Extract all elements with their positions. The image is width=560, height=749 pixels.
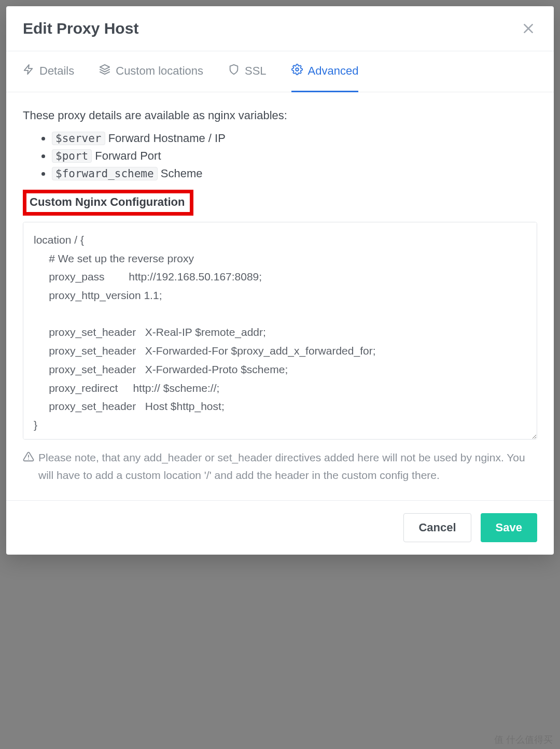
modal-title: Edit Proxy Host <box>23 20 138 37</box>
modal-body: These proxy details are available as ngi… <box>6 92 554 500</box>
var-code: $port <box>52 149 92 163</box>
alert-triangle-icon <box>23 449 34 468</box>
tab-custom-locations[interactable]: Custom locations <box>99 51 203 92</box>
tab-label: SSL <box>245 64 267 78</box>
tab-label: Details <box>39 64 74 78</box>
list-item: $server Forward Hostname / IP <box>52 132 537 145</box>
tab-label: Advanced <box>308 64 359 78</box>
tab-label: Custom locations <box>116 64 203 78</box>
shield-icon <box>228 64 240 78</box>
var-desc: Scheme <box>161 167 203 180</box>
layers-icon <box>99 64 110 78</box>
modal-footer: Cancel Save <box>6 500 554 555</box>
nginx-config-textarea[interactable] <box>23 222 537 440</box>
bolt-icon <box>23 64 34 78</box>
watermark: 值 什么值得买 <box>494 733 553 746</box>
tab-details[interactable]: Details <box>23 51 74 92</box>
tab-bar: Details Custom locations SSL Advanced <box>6 51 554 92</box>
warning-text: Please note, that any add_header or set_… <box>38 449 537 484</box>
tab-advanced[interactable]: Advanced <box>291 51 359 92</box>
save-button[interactable]: Save <box>481 513 537 542</box>
tab-ssl[interactable]: SSL <box>228 51 267 92</box>
intro-text: These proxy details are available as ngi… <box>23 109 537 122</box>
warning-note: Please note, that any add_header or set_… <box>23 449 537 484</box>
svg-point-4 <box>296 68 299 71</box>
var-desc: Forward Hostname / IP <box>108 132 226 145</box>
close-icon <box>522 29 535 37</box>
config-label: Custom Nginx Configuration <box>30 195 185 209</box>
var-code: $forward_scheme <box>52 167 158 180</box>
close-button[interactable] <box>520 20 537 37</box>
gear-icon <box>291 64 303 78</box>
var-code: $server <box>52 132 105 145</box>
cancel-button[interactable]: Cancel <box>403 513 471 542</box>
list-item: $port Forward Port <box>52 149 537 163</box>
edit-proxy-host-modal: Edit Proxy Host Details Custom locations… <box>6 6 554 555</box>
modal-header: Edit Proxy Host <box>6 6 554 51</box>
var-desc: Forward Port <box>95 149 161 162</box>
config-label-highlight: Custom Nginx Configuration <box>23 190 193 216</box>
svg-marker-3 <box>100 65 109 69</box>
svg-marker-2 <box>24 65 33 74</box>
variable-list: $server Forward Hostname / IP $port Forw… <box>23 132 537 180</box>
list-item: $forward_scheme Scheme <box>52 167 537 180</box>
